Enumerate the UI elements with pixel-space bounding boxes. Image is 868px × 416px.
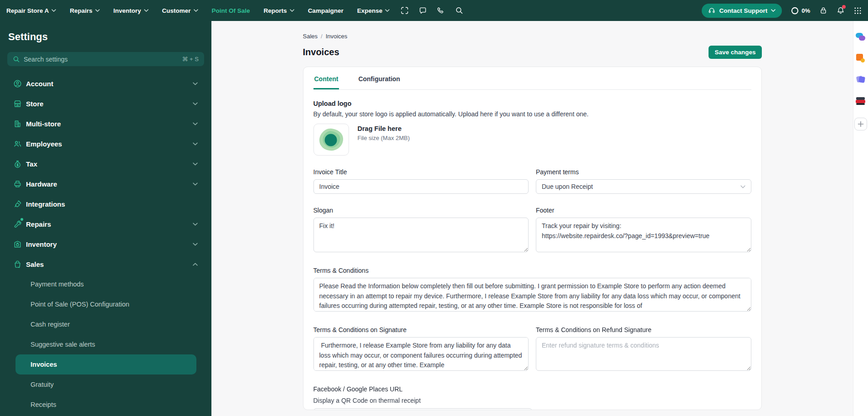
cards-app-icon[interactable]: [856, 75, 866, 85]
sidebar-item-label: Store: [26, 100, 43, 108]
sidebar-item-label: Employees: [26, 140, 62, 148]
top-nav-menu: Repair Store A Repairs Inventory Custome…: [6, 7, 390, 14]
nav-store-selector[interactable]: Repair Store A: [6, 7, 56, 14]
sidebar-item-store[interactable]: Store: [7, 94, 204, 114]
upload-logo-description: By default, your store logo is applied a…: [313, 110, 751, 118]
storage-usage-indicator[interactable]: 0%: [791, 7, 810, 15]
terms-group: Terms & Conditions: [313, 267, 751, 313]
facebook-url-input[interactable]: [313, 408, 532, 410]
search-shortcut: ⌘ + S: [182, 56, 199, 62]
nav-expense-label: Expense: [357, 7, 383, 14]
terms-textarea[interactable]: [313, 278, 751, 312]
payment-terms-select[interactable]: Due upon Receipt: [536, 179, 751, 194]
integrations-plug-icon: [13, 200, 22, 208]
search-icon[interactable]: [455, 6, 463, 15]
lock-icon[interactable]: [819, 6, 827, 15]
sidebar-subitem-suggestive-sale-alerts[interactable]: Suggestive sale alerts: [15, 334, 196, 354]
nav-expense[interactable]: Expense: [357, 7, 390, 14]
media-app-icon[interactable]: [856, 53, 866, 63]
payment-terms-label: Payment terms: [536, 168, 751, 176]
employees-icon: [13, 140, 22, 148]
terms-signature-group: Terms & Conditions on Signature: [313, 326, 529, 373]
stack-app-icon[interactable]: [856, 96, 866, 106]
slogan-textarea[interactable]: [313, 218, 529, 252]
sidebar-subitem-payment-methods[interactable]: Payment methods: [15, 274, 196, 294]
app-rail: [853, 21, 868, 416]
chat-icon[interactable]: [419, 6, 427, 15]
tab-content[interactable]: Content: [313, 74, 339, 89]
sidebar-item-inventory[interactable]: Inventory: [7, 234, 204, 254]
terms-refund-label: Terms & Conditions on Refund Signature: [536, 326, 751, 333]
nav-store-selector-label: Repair Store A: [6, 7, 49, 14]
apps-grid-icon[interactable]: [854, 7, 862, 15]
phone-icon[interactable]: [437, 6, 445, 15]
breadcrumb-separator: /: [321, 33, 323, 40]
nav-repairs[interactable]: Repairs: [70, 7, 100, 14]
nav-customer-label: Customer: [162, 7, 191, 14]
add-app-button[interactable]: [854, 118, 867, 130]
sidebar-item-multi-store[interactable]: Multi-store: [7, 114, 204, 134]
chevron-down-icon: [144, 9, 149, 12]
nav-repairs-label: Repairs: [70, 7, 92, 14]
sidebar-item-sales[interactable]: Sales: [7, 254, 204, 274]
logo-dropzone[interactable]: [313, 124, 349, 156]
sidebar-item-label: Account: [26, 80, 53, 88]
sidebar-item-label: Hardware: [26, 180, 57, 188]
subitem-label: Gratuity: [31, 381, 54, 388]
subitem-label: Cash register: [31, 321, 70, 328]
terms-refund-textarea[interactable]: [536, 337, 751, 371]
breadcrumb-sales-link[interactable]: Sales: [303, 33, 318, 40]
search-placeholder: Search settings: [24, 56, 179, 63]
facebook-url-sublabel: Display a QR Code on thermal receipt: [313, 397, 751, 404]
tab-configuration[interactable]: Configuration: [357, 74, 401, 89]
sidebar-title: Settings: [7, 31, 204, 43]
settings-nav: Account Store Multi-store Employees Tax: [7, 73, 204, 415]
facebook-url-label: Facebook / Google Places URL: [313, 385, 751, 393]
settings-search-input[interactable]: Search settings ⌘ + S: [7, 52, 204, 66]
sidebar-subitem-pos-configuration[interactable]: Point of Sale (POS) Configuration: [15, 294, 196, 314]
messages-app-icon[interactable]: [856, 32, 866, 42]
drag-file-subtitle: File size (Max 2MB): [358, 135, 410, 141]
terms-signature-textarea[interactable]: [313, 337, 529, 371]
sidebar-item-repairs[interactable]: Repairs: [7, 214, 204, 234]
sidebar-item-integrations[interactable]: Integrations: [7, 194, 204, 214]
top-nav-tools: [401, 6, 463, 15]
sidebar-item-tax[interactable]: Tax: [7, 154, 204, 174]
main-content: Sales / Invoices Invoices Save changes C…: [211, 21, 853, 416]
footer-textarea[interactable]: [536, 218, 751, 252]
sidebar-subitem-cash-register[interactable]: Cash register: [15, 314, 196, 334]
nav-customer[interactable]: Customer: [162, 7, 198, 14]
sidebar-item-employees[interactable]: Employees: [7, 134, 204, 154]
slogan-label: Slogan: [313, 207, 529, 214]
scan-icon[interactable]: [401, 6, 409, 15]
nav-inventory[interactable]: Inventory: [113, 7, 149, 14]
notifications-bell[interactable]: [837, 6, 845, 15]
subitem-label: Point of Sale (POS) Configuration: [31, 301, 129, 308]
sidebar-item-hardware[interactable]: Hardware: [7, 174, 204, 194]
top-nav-right: Contact Support 0%: [702, 4, 862, 18]
sidebar-item-account[interactable]: Account: [7, 73, 204, 94]
save-changes-button[interactable]: Save changes: [709, 46, 761, 59]
sales-bag-icon: [13, 260, 22, 269]
footer-label: Footer: [536, 207, 751, 214]
nav-inventory-label: Inventory: [113, 7, 141, 14]
sidebar-subitem-invoices[interactable]: Invoices: [15, 354, 196, 374]
sidebar-subitem-gratuity[interactable]: Gratuity: [15, 374, 196, 395]
terms-label: Terms & Conditions: [313, 267, 751, 274]
chevron-down-icon: [95, 9, 100, 12]
terms-refund-group: Terms & Conditions on Refund Signature: [536, 326, 751, 373]
nav-reports[interactable]: Reports: [264, 7, 294, 14]
contact-support-button[interactable]: Contact Support: [702, 4, 782, 18]
subitem-label: Suggestive sale alerts: [31, 341, 95, 348]
nav-point-of-sale[interactable]: Point Of Sale: [212, 7, 250, 14]
nav-campaigner[interactable]: Campaigner: [308, 7, 344, 14]
chevron-down-icon: [193, 243, 198, 246]
top-navigation-bar: Repair Store A Repairs Inventory Custome…: [0, 0, 868, 21]
payment-terms-group: Payment terms Due upon Receipt: [536, 168, 751, 194]
contact-support-label: Contact Support: [719, 7, 767, 14]
sidebar-subitem-receipts[interactable]: Receipts: [15, 395, 196, 415]
sidebar-item-label: Inventory: [26, 240, 57, 248]
invoice-title-input[interactable]: [313, 179, 529, 194]
nav-campaigner-label: Campaigner: [308, 7, 344, 14]
chevron-down-icon: [290, 9, 294, 12]
